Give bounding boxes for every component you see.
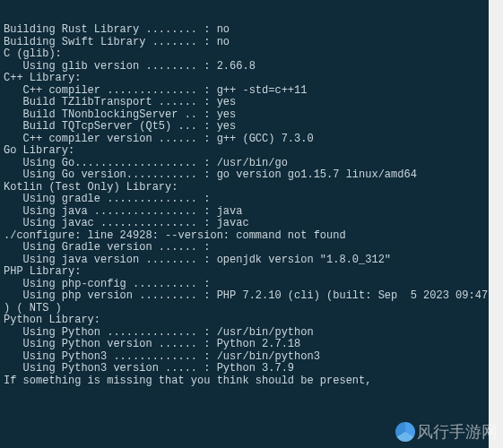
terminal-line: Using Python .............. : /usr/bin/p… — [4, 327, 489, 340]
terminal-line: Using Go version........... : go version… — [4, 169, 489, 182]
terminal-line: Using java version ........ : openjdk ve… — [4, 254, 489, 267]
terminal-line: C++ compiler .............. : g++ -std=c… — [4, 85, 489, 98]
terminal-line: Build TZlibTransport ...... : yes — [4, 97, 489, 109]
terminal-line: Using glib version ........ : 2.66.8 — [4, 61, 489, 73]
terminal-line: Go Library: — [4, 145, 489, 158]
terminal-line: Build TNonblockingServer .. : yes — [4, 109, 489, 122]
terminal-line: Using Python3 ............. : /usr/bin/p… — [4, 351, 489, 364]
terminal-line: Build TQTcpServer (Qt5) ... : yes — [4, 121, 489, 134]
terminal-line: Python Library: — [4, 314, 489, 327]
terminal-line: Using php version ......... : PHP 7.2.10… — [4, 290, 489, 303]
terminal-line: Using Python version ...... : Python 2.7… — [4, 339, 489, 351]
terminal-window[interactable]: Building Rust Library ........ : noBuild… — [0, 0, 489, 448]
terminal-line: PHP Library: — [4, 266, 489, 279]
terminal-line: ./configure: line 24928: --version: comm… — [4, 230, 489, 243]
terminal-line: Using php-config .......... : — [4, 279, 489, 291]
terminal-line: Kotlin (Test Only) Library: — [4, 182, 489, 194]
terminal-output: Building Rust Library ........ : noBuild… — [0, 24, 489, 387]
terminal-line: Using Gradle version ...... : — [4, 242, 489, 254]
terminal-line: C++ compiler version ...... : g++ (GCC) … — [4, 134, 489, 146]
terminal-line: Using javac ............... : javac — [4, 218, 489, 230]
terminal-line: C++ Library: — [4, 73, 489, 85]
terminal-line: C (glib): — [4, 48, 489, 61]
terminal-line: Building Rust Library ........ : no — [4, 24, 489, 37]
terminal-line: Using Go................... : /usr/bin/g… — [4, 158, 489, 170]
terminal-line: ) ( NTS ) — [4, 303, 489, 315]
terminal-line: Building Swift Library ....... : no — [4, 37, 489, 49]
terminal-line: If something is missing that you think s… — [4, 375, 489, 388]
terminal-line: Using gradle .............. : — [4, 194, 489, 206]
terminal-line: Using Python3 version ..... : Python 3.7… — [4, 363, 489, 375]
terminal-line: Using java ................ : java — [4, 206, 489, 219]
